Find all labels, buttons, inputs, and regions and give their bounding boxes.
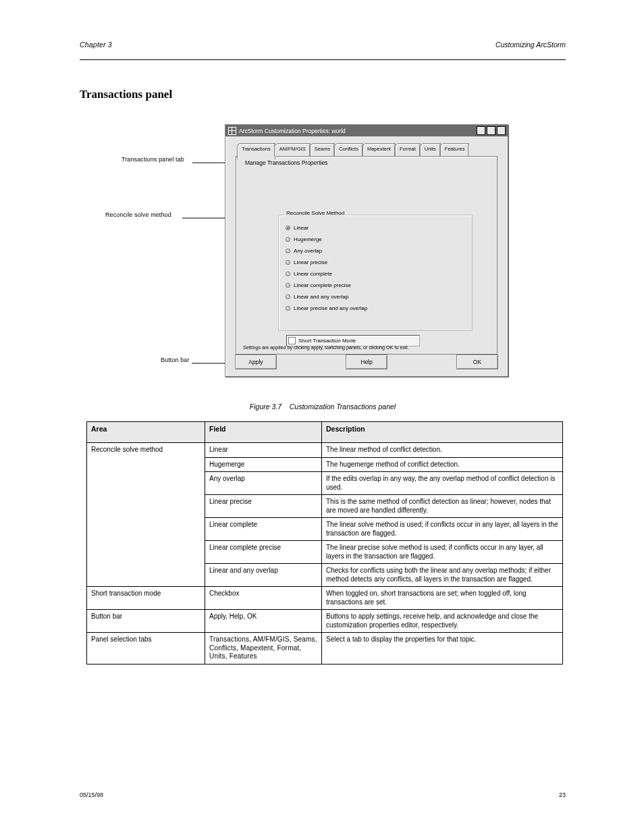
checkbox-label: Short Transaction Mode [298,338,356,344]
cell-area: Panel selection tabs [87,633,205,664]
header-rule [80,59,566,60]
cell-desc: If the edits overlap in any way, the any… [322,472,563,495]
tab-transactions[interactable]: Transactions [237,143,275,159]
section-heading: Transactions panel [80,88,172,101]
header-desc: Description [322,422,563,443]
table-row: Panel selection tabs Transactions, AM/FM… [87,633,563,664]
header-field: Field [205,422,322,443]
figure-text [284,402,288,411]
cell-field: Linear and any overlap [205,564,322,587]
tab-label: Transactions [242,146,271,152]
header-area: Area [87,422,205,443]
cell-area: Short transaction mode [87,587,205,610]
radio-dot-icon [286,271,290,276]
header-left: Chapter 3 [80,41,112,49]
solve-method-group: Reconcile Solve Method Linear Hugemerge … [278,215,473,331]
table-row: Short transaction mode Checkbox When tog… [87,587,563,610]
maximize-button[interactable]: □ [487,126,495,135]
callout-tab-label: Transactions panel tab [122,156,184,163]
radio-any-overlap[interactable]: Any overlap [286,245,472,257]
group-legend: Reconcile Solve Method [284,210,346,216]
tab-label: Mapextent [367,146,391,152]
callout-button-bar: Button bar [161,357,190,363]
callout-solve-method: Reconcile solve method [105,211,171,218]
tab-label: Seams [315,146,330,152]
radio-dot-icon [286,249,290,253]
cell-desc: The linear precise solve method is used;… [322,541,563,564]
cell-field: Checkbox [205,587,322,610]
footer-date: 05/15/98 [80,791,103,798]
header-right: Customizing ArcStorm [495,41,566,49]
help-button[interactable]: Help [346,355,387,369]
cell-desc: When toggled on, short transactions are … [322,587,563,610]
properties-window: ArcStorm Customization Properties: world… [225,124,508,377]
page: Chapter 3 Customizing ArcStorm Transacti… [0,0,644,834]
cell-field: Transactions, AM/FM/GIS, Seams, Conflict… [205,633,322,664]
radio-label: Hugemerge [294,236,322,242]
close-button[interactable]: · [497,126,506,135]
radio-dot-icon [286,237,290,242]
cell-field: Linear [205,443,322,458]
cell-field: Any overlap [205,472,322,495]
cell-field: Linear precise [205,495,322,518]
radio-hugemerge[interactable]: Hugemerge [286,234,472,245]
radio-linear-and-any-overlap[interactable]: Linear and any overlap [286,291,472,303]
radio-label: Linear precise and any overlap [294,305,367,311]
button-label: OK [473,359,481,365]
cell-field: Apply, Help, OK [205,610,322,633]
[interactable]: OK [456,355,498,369]
minimize-button[interactable]: ▫ [477,126,485,135]
checkbox-icon [288,337,296,344]
cell-desc: The hugemerge method of conflict detecti… [322,457,563,472]
window-title: ArcStorm Customization Properties: world [239,128,346,134]
close-icon: · [500,128,502,134]
tab-label: Units [425,146,436,152]
figure-caption: Figure 3.7 Customization Transactions pa… [80,402,566,411]
apply-button[interactable]: Apply [235,355,277,369]
cell-desc: This is the same method of conflict dete… [322,495,563,518]
cell-desc: Select a tab to display the properties f… [322,633,563,664]
radio-dot-icon [286,226,290,230]
table-header-row: Area Field Description [87,422,563,443]
radio-label: Any overlap [294,248,322,254]
cell-desc: Buttons to apply settings, receive help,… [322,610,563,633]
radio-label: Linear and any overlap [294,294,348,300]
cell-desc: The linear method of conflict detection. [322,443,563,458]
window-controls: ▫ □ · [477,126,506,135]
figure-number: Figure 3.7 [250,402,281,411]
tab-row: Transactions AM/FM/GIS Seams Conflicts M… [236,143,498,157]
minimize-icon: ▫ [480,128,482,134]
panel-title: Manage Transactions Properties [245,159,327,166]
radio-linear-precise-and-any-overlap[interactable]: Linear precise and any overlap [286,303,472,314]
panel-footnote: Settings are applied by clicking apply, … [243,345,490,351]
cell-field: Linear complete [205,518,322,541]
cell-desc: The linear solve method is used; if conf… [322,518,563,541]
tab-label: Format [400,146,416,152]
figure-caption-text: Customization Transactions panel [290,402,396,411]
footer-page: 23 [559,791,566,798]
cell-area: Button bar [87,610,205,633]
maximize-icon: □ [489,128,493,134]
radio-dot-icon [286,260,290,265]
table-row: Button bar Apply, Help, OK Buttons to ap… [87,610,563,633]
tab-label: AM/FM/GIS [279,146,306,152]
cell-field: Hugemerge [205,457,322,472]
table-row: Reconcile solve method Linear The linear… [87,443,563,458]
radio-label: Linear complete [294,271,332,277]
radio-linear-complete-precise[interactable]: Linear complete precise [286,280,472,291]
radio-linear-complete[interactable]: Linear complete [286,268,472,280]
button-label: Apply [248,359,263,365]
radio-label: Linear precise [294,259,327,265]
cell-area: Reconcile solve method [87,443,205,587]
button-label: Help [360,359,372,365]
cell-field: Linear complete precise [205,541,322,564]
radio-dot-icon [286,294,290,299]
radio-linear-precise[interactable]: Linear precise [286,257,472,268]
radio-linear[interactable]: Linear [286,222,472,234]
cell-desc: Checks for conflicts using both the line… [322,564,563,587]
radio-label: Linear [294,225,308,231]
transactions-panel: Manage Transactions Properties Reconcile… [236,156,498,355]
titlebar: ArcStorm Customization Properties: world… [225,125,508,136]
window-icon [228,127,236,135]
radio-list: Linear Hugemerge Any overlap Linear prec… [286,222,472,314]
